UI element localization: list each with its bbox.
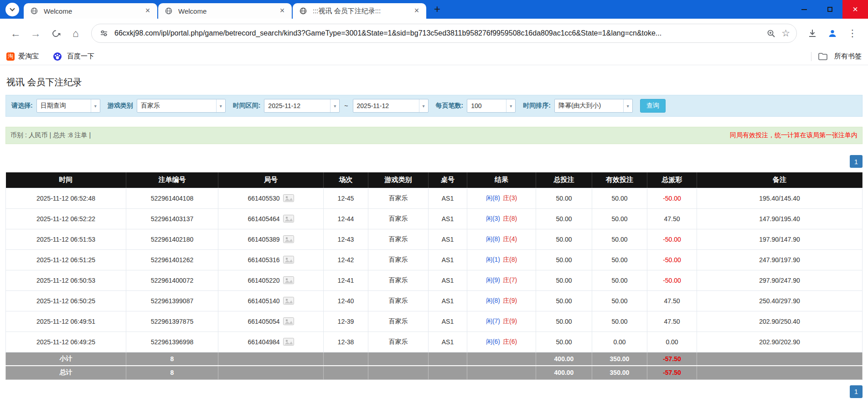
game-type-value: 百家乐 <box>137 102 216 110</box>
cell-result: 闲(8)庄(9) <box>467 290 536 311</box>
zoom-icon[interactable] <box>765 27 777 39</box>
tab-close-icon[interactable]: × <box>143 6 153 16</box>
tab-close-icon[interactable]: × <box>412 6 422 16</box>
query-type-select[interactable]: 日期查询 ▾ <box>36 99 100 113</box>
menu-button[interactable]: ⋮ <box>843 24 862 42</box>
round-number: 661405530 <box>248 195 279 202</box>
tab-title: :::视讯 会员下注纪录::: <box>313 7 408 16</box>
date-to-select[interactable]: 2025-11-12 ▾ <box>353 99 429 113</box>
cell-total-bet[interactable]: 50.00 <box>536 270 592 290</box>
address-bar[interactable]: 66cxkj98.com/ipl/portal.php/game/betreco… <box>91 24 797 43</box>
result-banker: 庄(7) <box>503 276 517 284</box>
bookmark-label: 百度一下 <box>67 52 94 61</box>
globe-favicon <box>297 5 309 17</box>
cell-bet-id: 522961401262 <box>126 249 218 270</box>
tab-close-icon[interactable]: × <box>277 6 287 16</box>
cell-table-no: AS1 <box>429 311 467 331</box>
cell-total-bet[interactable]: 50.00 <box>536 208 592 229</box>
result-banker: 庄(6) <box>503 338 517 345</box>
cell-bet-id: 522961397875 <box>126 311 218 331</box>
result-banker: 庄(9) <box>503 297 517 304</box>
result-player: 闲(8) <box>486 194 500 202</box>
url-text[interactable]: 66cxkj98.com/ipl/portal.php/game/betreco… <box>114 29 760 37</box>
cell-payout: -50.00 <box>647 188 697 208</box>
bookmark-star-icon[interactable]: ☆ <box>781 28 790 39</box>
browser-tab-active[interactable]: :::视讯 会员下注纪录::: × <box>293 3 426 19</box>
downloads-button[interactable] <box>803 24 822 42</box>
cell-note: 147.90/195.40 <box>697 208 863 229</box>
forward-button[interactable]: → <box>26 24 45 42</box>
cell-game-type: 百家乐 <box>368 208 429 229</box>
total-total-bet: 400.00 <box>536 366 592 379</box>
cell-round: 661405140 <box>218 290 324 311</box>
cell-total-bet[interactable]: 50.00 <box>536 331 592 352</box>
col-valid-bet: 有效投注 <box>592 172 647 188</box>
minimize-button[interactable] <box>791 0 817 19</box>
date-to-value: 2025-11-12 <box>353 102 419 109</box>
cell-session: 12-38 <box>324 331 368 352</box>
cell-session: 12-42 <box>324 249 368 270</box>
select-label: 请选择: <box>11 102 33 110</box>
search-button[interactable]: 查询 <box>640 99 666 113</box>
date-from-select[interactable]: 2025-11-12 ▾ <box>264 99 340 113</box>
round-video-icon[interactable] <box>283 256 294 264</box>
home-button[interactable]: ⌂ <box>67 24 85 42</box>
sort-label: 时间排序: <box>523 102 551 110</box>
result-banker: 庄(8) <box>503 256 517 263</box>
cell-round: 661405464 <box>218 208 324 229</box>
cell-table-no: AS1 <box>429 290 467 311</box>
bookmarks-bar: 淘 爱淘宝 百度一下 所有书签 <box>0 48 868 65</box>
cell-total-bet[interactable]: 50.00 <box>536 311 592 331</box>
result-player: 闲(8) <box>486 297 500 304</box>
cell-round: 661405530 <box>218 188 324 208</box>
page-1-button[interactable]: 1 <box>850 385 863 398</box>
sort-select[interactable]: 降幂(由大到小) ▾ <box>554 99 633 113</box>
bookmark-taobao[interactable]: 淘 爱淘宝 <box>6 52 39 61</box>
round-video-icon[interactable] <box>283 194 294 202</box>
result-banker: 庄(4) <box>503 235 517 243</box>
cell-total-bet[interactable]: 50.00 <box>536 229 592 249</box>
cell-total-bet[interactable]: 50.00 <box>536 290 592 311</box>
browser-tab-2[interactable]: Welcome × <box>158 3 292 19</box>
reload-button[interactable] <box>46 24 65 42</box>
tab-search-button[interactable] <box>5 3 19 16</box>
cell-round: 661405054 <box>218 311 324 331</box>
round-video-icon[interactable] <box>283 317 294 325</box>
new-tab-button[interactable]: + <box>430 2 444 17</box>
round-video-icon[interactable] <box>283 215 294 223</box>
site-settings-icon[interactable] <box>98 27 110 39</box>
round-number: 661405054 <box>248 318 279 325</box>
game-type-select[interactable]: 百家乐 ▾ <box>137 99 226 113</box>
round-video-icon[interactable] <box>283 338 294 346</box>
all-bookmarks-label[interactable]: 所有书签 <box>834 52 862 61</box>
cell-payout: 47.50 <box>647 290 697 311</box>
round-video-icon[interactable] <box>283 297 294 305</box>
cell-valid-bet: 50.00 <box>592 311 647 331</box>
col-session: 场次 <box>324 172 368 188</box>
result-player: 闲(9) <box>486 276 500 284</box>
page-size-label: 每页笔数: <box>436 102 464 110</box>
cell-total-bet[interactable]: 50.00 <box>536 249 592 270</box>
table-row: 2025-11-12 06:52:48 522961404108 6614055… <box>6 188 863 208</box>
cell-result: 闲(9)庄(7) <box>467 270 536 290</box>
round-video-icon[interactable] <box>283 235 294 243</box>
table-body: 2025-11-12 06:52:48 522961404108 6614055… <box>6 188 863 352</box>
page-1-button[interactable]: 1 <box>850 155 863 168</box>
close-window-button[interactable]: × <box>842 0 868 19</box>
profile-button[interactable] <box>823 24 842 42</box>
cell-total-bet[interactable]: 50.00 <box>536 188 592 208</box>
round-video-icon[interactable] <box>283 276 294 284</box>
maximize-button[interactable] <box>817 0 842 19</box>
cell-payout: 0.00 <box>647 331 697 352</box>
cell-round: 661404984 <box>218 331 324 352</box>
maximize-icon <box>827 7 832 12</box>
page-size-select[interactable]: 100 ▾ <box>467 99 516 113</box>
col-result: 结果 <box>467 172 536 188</box>
chevron-down-icon: ▾ <box>419 99 428 112</box>
browser-tab-1[interactable]: Welcome × <box>24 3 157 19</box>
bookmark-baidu[interactable]: 百度一下 <box>52 51 94 62</box>
back-button[interactable]: ← <box>6 24 25 42</box>
cell-time: 2025-11-12 06:52:48 <box>6 188 126 208</box>
chevron-down-icon: ▾ <box>330 99 339 112</box>
cell-game-type: 百家乐 <box>368 290 429 311</box>
